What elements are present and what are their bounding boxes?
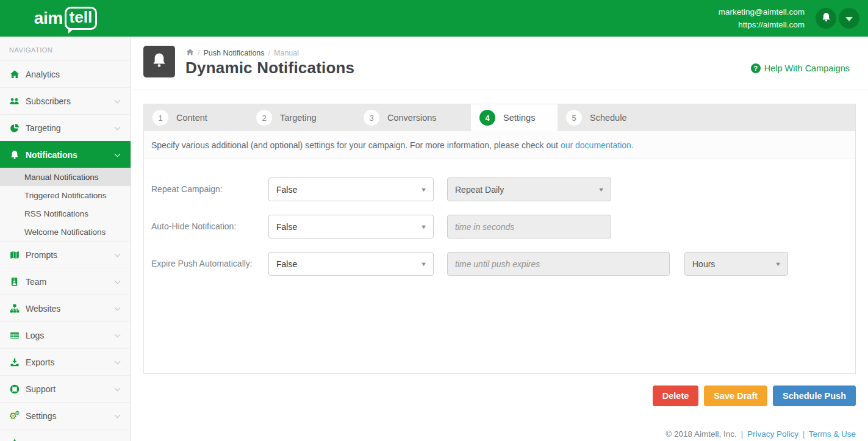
sidebar-item-logs[interactable]: Logs (0, 321, 131, 348)
home-icon[interactable] (186, 48, 194, 58)
step-number: 5 (566, 110, 582, 126)
logo-text: aim (34, 9, 63, 28)
documentation-link[interactable]: our documentation. (561, 140, 634, 150)
main-content: / Push Notifications / Manual Dynamic No… (132, 37, 868, 441)
campaign-wizard-card: 1 Content 2 Targeting 3 Conversions 4 Se… (143, 104, 856, 374)
chevron-down-icon (115, 358, 121, 364)
sidebar-item-prompts[interactable]: Prompts (0, 241, 131, 268)
expire-time-input: time until push expires (447, 252, 670, 276)
life-ring-icon (9, 384, 20, 394)
logo-bubble-text: tell (65, 7, 98, 30)
sidebar-item-label: Targeting (26, 123, 61, 133)
tab-settings[interactable]: 4 Settings (471, 104, 558, 131)
repeat-campaign-label: Repeat Campaign: (151, 184, 223, 194)
sidebar-item-partial[interactable] (0, 429, 131, 441)
sidebar-item-label: Prompts (26, 250, 57, 260)
pie-chart-icon (9, 123, 20, 133)
question-icon: ? (751, 63, 761, 73)
breadcrumb-item-push-notifications[interactable]: Push Notifications (203, 49, 264, 57)
footer: © 2018 Aimtell, Inc. | Privacy Policy | … (665, 429, 856, 439)
bell-icon (821, 12, 831, 25)
wizard-steps: 1 Content 2 Targeting 3 Conversions 4 Se… (144, 104, 855, 131)
select-value: False (276, 185, 297, 195)
topbar: aim tell marketing@aimtell.com https://a… (0, 0, 868, 37)
auto-hide-seconds-input: time in seconds (447, 215, 611, 238)
schedule-push-button[interactable]: Schedule Push (773, 385, 856, 406)
breadcrumb-separator: / (268, 49, 270, 57)
sidebar-item-label: Subscribers (26, 96, 71, 106)
gears-icon: ⚙⚙ (9, 411, 20, 421)
footer-separator: | (803, 429, 805, 439)
delete-button[interactable]: Delete (653, 385, 699, 406)
chevron-down-icon (115, 124, 121, 130)
terms-link[interactable]: Terms & Use (809, 429, 856, 439)
repeat-frequency-select: Repeat Daily ▼ (447, 177, 611, 201)
sidebar-item-subscribers[interactable]: Subscribers (0, 87, 131, 114)
tab-targeting[interactable]: 2 Targeting (248, 104, 355, 131)
download-icon (9, 357, 20, 367)
chevron-down-icon (115, 331, 121, 337)
sidebar: NAVIGATION Analytics Subscribers Targeti… (0, 37, 131, 441)
aimtell-logo[interactable]: aim tell (0, 0, 131, 37)
input-placeholder: time in seconds (455, 222, 514, 232)
sidebar-item-support[interactable]: Support (0, 375, 131, 402)
breadcrumb: / Push Notifications / Manual (186, 48, 299, 58)
step-label: Targeting (280, 113, 317, 123)
notifications-bell-button[interactable] (816, 8, 836, 29)
sidebar-item-notifications[interactable]: Notifications (0, 141, 131, 168)
tab-content[interactable]: 1 Content (144, 104, 248, 131)
sidebar-subitem-manual-notifications[interactable]: Manual Notifications (0, 168, 131, 186)
chevron-down-icon (845, 17, 853, 21)
sidebar-subitem-triggered-notifications[interactable]: Triggered Notifications (0, 186, 131, 204)
account-info: marketing@aimtell.com https://aimtell.co… (719, 5, 805, 31)
breadcrumb-item-manual: Manual (274, 49, 299, 57)
sidebar-item-label: Support (26, 384, 56, 394)
sidebar-item-analytics[interactable]: Analytics (0, 60, 131, 87)
sidebar-item-websites[interactable]: Websites (0, 295, 131, 321)
sidebar-item-exports[interactable]: Exports (0, 348, 131, 375)
bell-icon (151, 52, 168, 71)
breadcrumb-separator: / (198, 49, 199, 57)
sidebar-item-label: Notifications (26, 150, 77, 160)
step-number: 3 (364, 110, 379, 126)
expire-push-select[interactable]: False ▼ (268, 252, 434, 276)
partial-icon (9, 437, 20, 441)
sidebar-item-team[interactable]: Team (0, 268, 131, 295)
sidebar-subitem-rss-notifications[interactable]: RSS Notifications (0, 204, 131, 223)
sidebar-item-label: Websites (26, 304, 60, 314)
page-header: / Push Notifications / Manual Dynamic No… (132, 37, 868, 90)
auto-hide-select[interactable]: False ▼ (268, 215, 434, 238)
help-with-campaigns-link[interactable]: ? Help With Campaigns (751, 63, 850, 73)
footer-separator: | (741, 429, 744, 439)
subitem-label: RSS Notifications (24, 209, 88, 218)
sidebar-item-targeting[interactable]: Targeting (0, 114, 131, 141)
table-icon (9, 330, 20, 340)
users-icon (9, 96, 20, 106)
sidebar-item-label: Settings (26, 411, 57, 421)
sidebar-section-label: NAVIGATION (0, 37, 131, 60)
tab-schedule[interactable]: 5 Schedule (558, 104, 855, 131)
page-bell-badge (143, 46, 175, 77)
page-title: Dynamic Notifications (185, 59, 354, 77)
save-draft-button[interactable]: Save Draft (704, 385, 767, 406)
account-menu-button[interactable] (839, 8, 859, 29)
caret-down-icon: ▼ (420, 224, 427, 230)
caret-down-icon: ▼ (420, 187, 427, 193)
id-badge-icon (9, 276, 20, 287)
privacy-policy-link[interactable]: Privacy Policy (747, 429, 798, 439)
expire-push-label: Expire Push Automatically: (151, 259, 253, 268)
sidebar-item-label: Exports (26, 357, 54, 367)
bell-icon (9, 149, 20, 160)
subitem-label: Triggered Notifications (24, 191, 107, 200)
info-text: Specify various additional (and optional… (151, 140, 558, 150)
caret-down-icon: ▼ (420, 261, 427, 267)
chevron-down-icon (115, 251, 121, 257)
tab-conversions[interactable]: 3 Conversions (355, 104, 471, 131)
sidebar-subitem-welcome-notifications[interactable]: Welcome Notifications (0, 223, 131, 241)
repeat-campaign-select[interactable]: False ▼ (268, 177, 434, 201)
sidebar-item-settings[interactable]: ⚙⚙ Settings (0, 402, 131, 429)
subitem-label: Manual Notifications (24, 173, 99, 182)
account-website[interactable]: https://aimtell.com (719, 18, 805, 31)
map-icon (9, 249, 20, 260)
chevron-down-icon (115, 151, 121, 157)
